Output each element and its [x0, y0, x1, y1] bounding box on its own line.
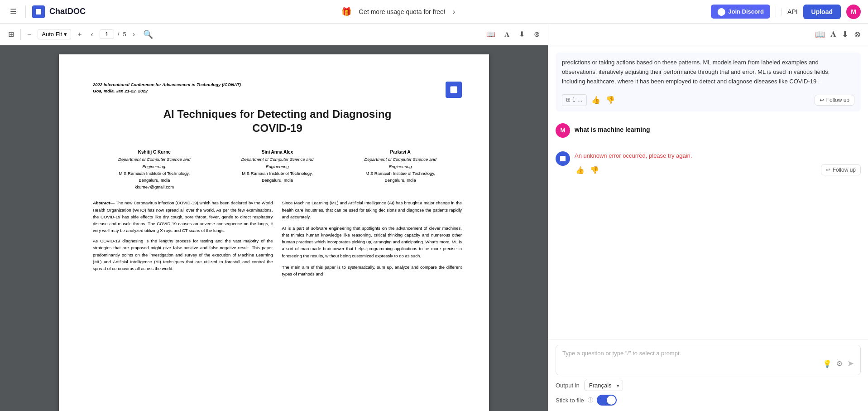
output-language-select[interactable]: Français English Español Deutsch 中文	[584, 380, 623, 391]
authors-section: Kshitij C Kurne Department of Computer S…	[93, 149, 462, 190]
upload-button[interactable]: Upload	[803, 5, 841, 19]
auto-fit-selector[interactable]: Auto Fit ▾	[38, 29, 71, 39]
follow-up-button-2[interactable]: ↩ Follow up	[821, 164, 861, 175]
pdf-toolbar: ⊞ − Auto Fit ▾ + ‹ / 5 › 🔍 📖 𝐀 ⬇ ⊗	[0, 24, 548, 45]
citation-icon: ⊞	[566, 96, 571, 104]
main-content: ⊞ − Auto Fit ▾ + ‹ / 5 › 🔍 📖 𝐀 ⬇ ⊗	[0, 24, 868, 411]
user-message-avatar: M	[556, 123, 570, 138]
author-1-dept: Department of Computer Science and	[118, 156, 190, 163]
download-icon[interactable]: ⬇	[516, 28, 528, 40]
user-message-text: what is machine learning	[575, 123, 650, 133]
author-2-inst: M S Ramaiah Institute of Technology,	[241, 170, 313, 177]
book-icon[interactable]: 📖	[484, 28, 498, 40]
ai-response-1-text: predictions or taking actions based on t…	[562, 58, 854, 86]
toolbar-right: 📖 𝐀 ⬇ ⊗	[484, 28, 542, 40]
author-3-inst: M S Ramaiah Institue of Technology,	[364, 170, 436, 177]
author-2-dept2: Engineering	[241, 163, 313, 170]
right-para1: Since Machine Learning (ML) and Artifici…	[282, 199, 462, 220]
pdf-thumbnail-icon[interactable]: ⊞	[5, 28, 17, 40]
follow-up-label-1: Follow up	[826, 97, 849, 103]
promo-chevron[interactable]: ›	[453, 8, 455, 16]
chat-input-box[interactable]: Type a question or type "/" to select a …	[556, 345, 861, 375]
pdf-body: Abstract— The new Coronavirus infection …	[93, 199, 462, 277]
stick-to-file-label: Stick to file	[556, 397, 584, 404]
output-label: Output in	[556, 382, 580, 389]
follow-up-icon-1: ↩	[820, 97, 824, 103]
share-icon[interactable]: ⊗	[531, 28, 542, 40]
prev-page-button[interactable]: ‹	[88, 29, 96, 40]
settings-gear-icon[interactable]: ⚙	[836, 359, 843, 368]
citation-badge-1[interactable]: ⊞ 1 …	[562, 94, 587, 106]
nav-divider2	[776, 6, 776, 17]
pdf-header: 2022 International Conference for Advanc…	[93, 82, 462, 98]
pdf-page: 10.1109//ICONAT53423.2022.9725835 2022 I…	[59, 54, 489, 411]
author-1-city: Bengaluru, India	[118, 177, 190, 184]
error-actions: 👍 👎 ↩ Follow up	[575, 164, 861, 175]
page-number-input[interactable]	[100, 29, 114, 39]
author-3-name: Parkavi A	[364, 149, 436, 156]
pdf-doc-icon	[446, 82, 462, 98]
chat-input-placeholder: Type a question or type "/" to select a …	[562, 350, 854, 357]
navbar: ☰ ChatDOC 🎁 Get more usage quota for fre…	[0, 0, 868, 24]
author-3-dept: Department of Computer Science and	[364, 156, 436, 163]
error-block-1: An unknown error occurred, please try ag…	[556, 148, 861, 179]
author-2-name: Sini Anna Alex	[241, 149, 313, 156]
total-pages: 5	[123, 31, 126, 38]
pdf-panel: ⊞ − Auto Fit ▾ + ‹ / 5 › 🔍 📖 𝐀 ⬇ ⊗	[0, 24, 548, 411]
thumbs-up-button-1[interactable]: 👍	[590, 95, 601, 105]
output-row: Output in Français English Español Deuts…	[556, 380, 861, 391]
follow-up-button-1[interactable]: ↩ Follow up	[815, 95, 854, 106]
author-2-dept: Department of Computer Science and	[241, 156, 313, 163]
toggle-knob	[607, 396, 616, 405]
book-view-icon[interactable]: 📖	[815, 29, 825, 39]
stick-to-file-toggle[interactable]	[597, 395, 617, 406]
user-message-1: M what is machine learning	[556, 119, 861, 142]
nav-right: ⬤ Join Discord API Upload M	[711, 5, 861, 19]
author-3-dept2: Engineering	[364, 163, 436, 170]
toolbar-divider	[20, 29, 21, 40]
citation-num: 1	[572, 96, 575, 104]
promo-text[interactable]: Get more usage quota for free!	[359, 8, 445, 15]
chat-settings-icon[interactable]: ⊗	[854, 29, 861, 39]
auto-fit-chevron: ▾	[64, 31, 67, 38]
font-size-icon[interactable]: 𝐀	[830, 29, 836, 39]
discord-button[interactable]: ⬤ Join Discord	[711, 5, 770, 19]
chat-input-area: Type a question or type "/" to select a …	[548, 339, 868, 411]
font-icon[interactable]: 𝐀	[502, 28, 513, 40]
thumbs-up-button-2[interactable]: 👍	[575, 165, 585, 175]
response-actions-1: ⊞ 1 … 👍 👎 ↩ Follow up	[562, 91, 854, 106]
nav-left: ☰ ChatDOC	[7, 5, 86, 18]
error-content: An unknown error occurred, please try ag…	[575, 151, 861, 176]
thumbs-down-button-2[interactable]: 👎	[589, 165, 600, 175]
send-button[interactable]: ➤	[847, 358, 854, 368]
chat-messages: predictions or taking actions based on t…	[548, 45, 868, 339]
ai-response-1: predictions or taking actions based on t…	[556, 53, 861, 111]
error-message: An unknown error occurred, please try ag…	[575, 151, 861, 160]
search-button[interactable]: 🔍	[141, 28, 155, 41]
author-2-city: Bengaluru, India	[241, 177, 313, 184]
pdf-viewer[interactable]: 10.1109//ICONAT53423.2022.9725835 2022 I…	[0, 45, 548, 411]
info-icon[interactable]: ⓘ	[588, 396, 593, 404]
thumbs-down-button-1[interactable]: 👎	[605, 95, 616, 105]
abstract-text: The new Coronavirus infection (COVID-19)…	[93, 200, 273, 233]
hamburger-icon[interactable]: ☰	[7, 5, 19, 18]
chat-download-icon[interactable]: ⬇	[842, 29, 849, 39]
title-line1: AI Techniques for Detecting and Diagnosi…	[163, 108, 392, 120]
api-link[interactable]: API	[782, 8, 798, 15]
stick-to-file-row: Stick to file ⓘ	[556, 395, 861, 406]
zoom-out-button[interactable]: −	[24, 29, 34, 40]
output-select-wrapper[interactable]: Français English Español Deutsch 中文	[584, 380, 623, 391]
user-avatar[interactable]: M	[846, 5, 861, 19]
discord-icon: ⬤	[717, 7, 725, 16]
zoom-in-button[interactable]: +	[75, 29, 84, 40]
next-page-button[interactable]: ›	[130, 29, 138, 40]
title-line2: COVID-19	[252, 122, 302, 134]
follow-up-icon-2: ↩	[826, 167, 830, 173]
lightbulb-icon[interactable]: 💡	[823, 359, 832, 368]
author-1: Kshitij C Kurne Department of Computer S…	[118, 149, 190, 190]
chat-panel: 📖 𝐀 ⬇ ⊗ predictions or taking actions ba…	[548, 24, 868, 411]
chatdoc-logo-icon	[32, 5, 45, 18]
paper-title: AI Techniques for Detecting and Diagnosi…	[93, 107, 462, 135]
abstract-para2: As COVID-19 diagnosing is the lengthy pr…	[93, 237, 273, 272]
conference-name: 2022 International Conference for Advanc…	[93, 82, 241, 88]
